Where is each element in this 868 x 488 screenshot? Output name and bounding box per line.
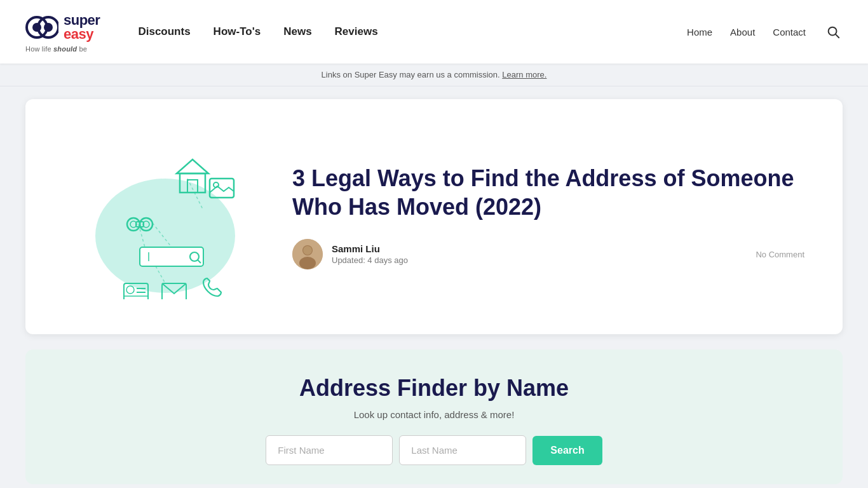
affiliate-bar: Links on Super Easy may earn us a commis… xyxy=(0,64,868,86)
finder-form: Search xyxy=(51,435,817,465)
affiliate-text: Links on Super Easy may earn us a commis… xyxy=(322,70,500,79)
logo-brand-super: super xyxy=(64,13,100,27)
logo[interactable]: super easy How life should be xyxy=(25,11,100,53)
nav-home[interactable]: Home xyxy=(687,27,712,37)
author-avatar xyxy=(292,239,323,269)
article-illustration xyxy=(64,134,241,299)
svg-rect-17 xyxy=(140,247,203,266)
logo-tagline-emphasis: should xyxy=(53,45,77,53)
affiliate-link[interactable]: Learn more. xyxy=(502,70,546,79)
last-name-input[interactable] xyxy=(399,435,526,465)
article-title: 3 Legal Ways to Find the Address of Some… xyxy=(292,164,804,221)
logo-tagline: How life should be xyxy=(25,45,87,53)
avatar-image xyxy=(292,239,323,269)
svg-point-3 xyxy=(44,23,53,32)
logo-svg xyxy=(25,11,58,43)
comment-count: No Comment xyxy=(756,250,804,259)
author-meta: Sammi Liu Updated: 4 days ago xyxy=(332,243,408,265)
author-row: Sammi Liu Updated: 4 days ago No Comment xyxy=(292,239,804,269)
logo-circles xyxy=(25,11,58,43)
svg-point-34 xyxy=(303,246,312,255)
nav-item-reviews[interactable]: Reviews xyxy=(335,25,378,38)
article-info: 3 Legal Ways to Find the Address of Some… xyxy=(292,164,804,269)
nav-item-news[interactable]: News xyxy=(283,25,311,38)
author-name: Sammi Liu xyxy=(332,243,408,254)
nav-item-howtos[interactable]: How-To's xyxy=(214,25,261,38)
nav-contact[interactable]: Contact xyxy=(773,27,806,37)
svg-marker-7 xyxy=(177,159,208,173)
svg-line-5 xyxy=(836,34,839,37)
search-icon xyxy=(826,25,840,39)
main-content: 3 Legal Ways to Find the Address of Some… xyxy=(0,86,868,488)
finder-search-button[interactable]: Search xyxy=(532,436,602,465)
finder-widget: Address Finder by Name Look up contact i… xyxy=(25,349,843,484)
first-name-input[interactable] xyxy=(266,435,393,465)
nav-item-discounts[interactable]: Discounts xyxy=(138,25,190,38)
finder-title: Address Finder by Name xyxy=(51,375,817,402)
svg-point-33 xyxy=(299,257,316,269)
svg-point-6 xyxy=(95,179,235,293)
author-updated: Updated: 4 days ago xyxy=(332,255,408,265)
main-nav: Discounts How-To's News Reviews xyxy=(138,25,687,38)
site-header: super easy How life should be Discounts … xyxy=(0,0,868,64)
svg-point-22 xyxy=(126,286,134,294)
nav-about[interactable]: About xyxy=(730,27,755,37)
finder-subtitle: Look up contact info, address & more! xyxy=(51,409,817,420)
illustration-svg xyxy=(64,134,241,299)
logo-icon: super easy xyxy=(25,11,100,43)
logo-brand-easy: easy xyxy=(64,27,100,41)
search-button[interactable] xyxy=(824,22,843,41)
logo-text: super easy xyxy=(64,13,100,41)
right-nav: Home About Contact xyxy=(687,22,843,41)
article-card: 3 Legal Ways to Find the Address of Some… xyxy=(25,99,843,334)
